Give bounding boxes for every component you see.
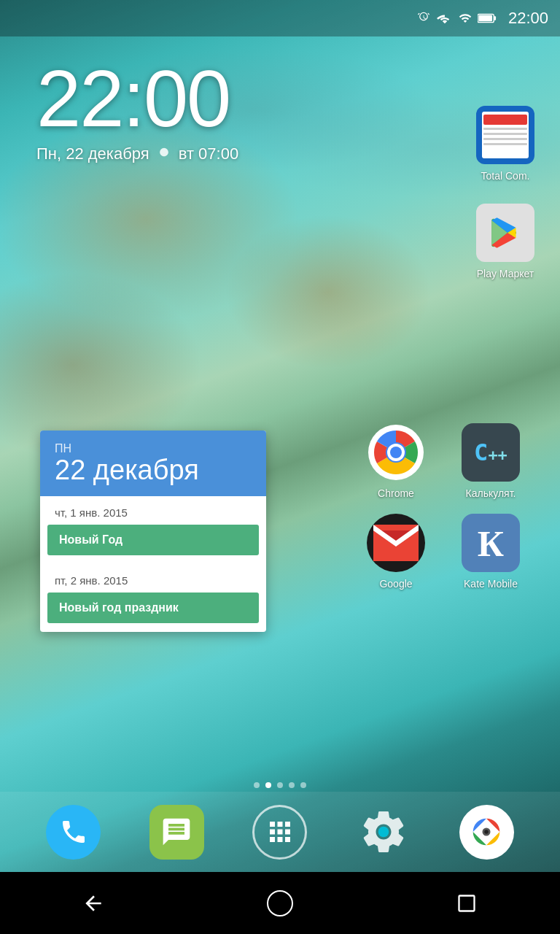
alarm-icon — [416, 11, 431, 26]
wifi-icon — [437, 12, 453, 25]
apps-grid: Chrome C++ Калькулят. Google К — [352, 423, 534, 590]
svg-rect-2 — [494, 16, 496, 20]
calendar-event-date-1: чт, 1 янв. 2015 — [40, 496, 266, 525]
app-calculator[interactable]: C++ Калькулят. — [447, 423, 534, 499]
page-dot-4 — [289, 782, 295, 788]
app-chrome-label: Chrome — [378, 487, 414, 499]
recent-apps-icon — [456, 893, 477, 914]
dock-messages[interactable] — [149, 805, 204, 860]
dock-settings[interactable] — [356, 805, 411, 860]
page-dot-2 — [265, 782, 271, 788]
dock — [0, 792, 560, 872]
clock-alarm-time: вт 07:00 — [179, 144, 238, 163]
kate-icon: К — [471, 523, 511, 563]
calendar-day-short: пн — [55, 442, 252, 455]
page-dot-3 — [277, 782, 283, 788]
home-icon — [267, 890, 293, 916]
app-google-label: Google — [379, 578, 412, 590]
app-play-market[interactable]: Play Маркет — [476, 204, 534, 279]
clock-alarm-icon — [157, 147, 171, 161]
nav-home-button[interactable] — [258, 881, 302, 925]
app-chrome[interactable]: Chrome — [352, 423, 440, 499]
apps-drawer-icon — [265, 817, 295, 847]
signal-icon — [459, 12, 472, 25]
svg-rect-1 — [478, 15, 492, 21]
app-google[interactable]: Google — [352, 514, 440, 590]
apps-right: Total Com. Play Маркет — [476, 106, 534, 279]
play-market-icon — [487, 215, 524, 251]
calendar-event-item-2[interactable]: Новый год праздник — [47, 593, 259, 623]
nav-bar — [0, 872, 560, 934]
svg-point-14 — [484, 830, 489, 834]
calendar-event-date-2: пт, 2 янв. 2015 — [40, 564, 266, 593]
calendar-header: пн 22 декабря — [40, 431, 266, 496]
camera-icon — [470, 816, 502, 848]
calendar-date-full: 22 декабря — [55, 455, 252, 486]
page-dot-1 — [254, 782, 260, 788]
calendar-body: чт, 1 янв. 2015 Новый Год пт, 2 янв. 201… — [40, 496, 266, 623]
svg-point-10 — [378, 827, 389, 838]
dock-camera[interactable] — [459, 805, 514, 860]
dock-apps-drawer[interactable] — [252, 805, 307, 860]
clock-widget: 22:00 Пн, 22 декабря вт 07:00 — [36, 58, 238, 163]
battery-icon — [478, 12, 497, 24]
nav-back-button[interactable] — [71, 881, 115, 925]
app-kate-mobile[interactable]: К Kate Mobile — [447, 514, 534, 590]
clock-date-text: Пн, 22 декабря — [36, 144, 149, 163]
messages-icon — [160, 816, 192, 848]
settings-icon — [358, 806, 409, 857]
calendar-event-item-1[interactable]: Новый Год — [47, 525, 259, 555]
app-total-commander[interactable]: Total Com. — [476, 106, 534, 182]
app-play-market-label: Play Маркет — [477, 268, 534, 279]
app-kate-mobile-label: Kate Mobile — [464, 578, 518, 590]
nav-recent-button[interactable] — [445, 881, 489, 925]
svg-rect-16 — [459, 895, 475, 911]
dock-phone[interactable] — [46, 805, 101, 860]
gmail-icon — [373, 525, 419, 561]
app-total-commander-label: Total Com. — [481, 170, 530, 182]
clock-time: 22:00 — [36, 58, 238, 139]
back-icon — [82, 892, 105, 915]
svg-point-15 — [268, 891, 292, 916]
chrome-icon — [367, 423, 425, 482]
svg-point-6 — [390, 447, 402, 458]
page-dot-5 — [300, 782, 306, 788]
phone-icon — [59, 817, 88, 846]
svg-text:К: К — [477, 523, 503, 563]
app-calculator-label: Калькулят. — [466, 487, 516, 499]
calendar-widget: пн 22 декабря чт, 1 янв. 2015 Новый Год … — [40, 431, 266, 632]
status-bar: 22:00 — [0, 0, 560, 36]
page-dots — [0, 782, 560, 788]
status-time: 22:00 — [508, 9, 548, 28]
clock-date: Пн, 22 декабря вт 07:00 — [36, 144, 238, 163]
